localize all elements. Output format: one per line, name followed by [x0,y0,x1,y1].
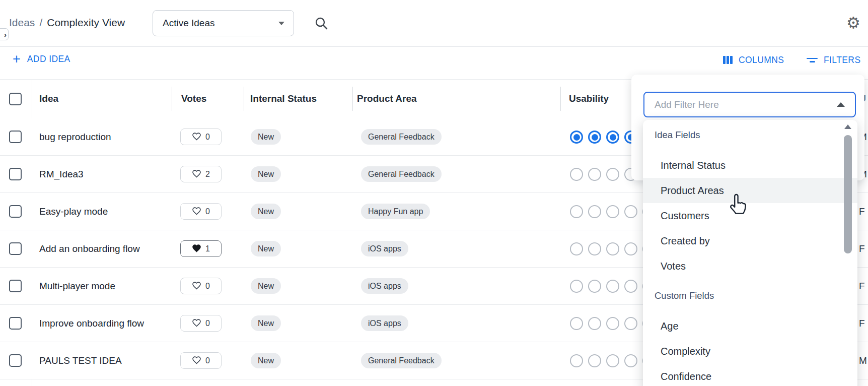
header-votes[interactable]: Votes [181,79,206,118]
filters-button[interactable]: FILTERS [807,52,860,68]
usability-radio[interactable] [606,242,619,255]
breadcrumb-separator: / [39,17,42,29]
vote-button[interactable]: 0 [180,278,222,294]
usability-radio[interactable] [624,354,637,367]
idea-title[interactable]: Improve onboarding flow [39,305,144,342]
product-area-badge: iOS apps [361,278,408,294]
page-title: Complexity View [47,17,125,29]
row-checkbox[interactable] [9,131,22,143]
row-checkbox[interactable] [9,168,22,180]
vote-count: 0 [205,319,210,328]
usability-radio[interactable] [624,317,637,330]
usability-radio[interactable] [606,168,619,181]
usability-radio[interactable] [588,317,601,330]
header-product-area[interactable]: Product Area [357,79,417,118]
header-usability[interactable]: Usability [569,79,609,118]
header-idea[interactable]: Idea [39,79,58,118]
filter-menu-item-internal-status[interactable]: Internal Status [643,153,857,178]
scroll-up-arrow-icon[interactable] [844,123,852,130]
breadcrumb-ideas-link[interactable]: Ideas [9,17,35,29]
row-checkbox[interactable] [9,280,22,292]
heart-icon [192,132,201,143]
usability-radio[interactable] [624,205,637,218]
usability-radio[interactable] [606,205,619,218]
search-icon[interactable] [313,15,329,31]
idea-title[interactable]: PAULS TEST IDEA [39,342,122,379]
usability-radio[interactable] [588,354,601,367]
vote-count: 0 [205,282,210,291]
usability-radio[interactable] [606,131,619,144]
usability-radio[interactable] [570,317,583,330]
breadcrumb: Ideas / Complexity View [9,17,125,29]
product-area-badge: iOS apps [361,315,408,331]
vote-button[interactable]: 0 [180,315,222,332]
topbar-divider [0,46,868,47]
add-idea-label: ADD IDEA [27,54,70,65]
vote-button[interactable]: 0 [180,203,222,220]
internal-status-badge: New [251,353,281,368]
heart-icon [192,281,201,292]
idea-title[interactable]: Easy-play mode [39,193,108,230]
sidebar-expand-chevron-icon[interactable]: › [0,28,9,40]
filter-menu-item-product-areas[interactable]: Product Areas [643,178,857,203]
heart-icon [192,206,201,217]
vote-button[interactable]: 0 [180,352,222,369]
menu-scrollbar-thumb[interactable] [844,135,852,253]
header-divider [172,87,172,111]
vote-button[interactable]: 2 [180,166,222,182]
product-area-badge: General Feedback [361,353,442,368]
columns-icon [723,56,733,64]
usability-radio[interactable] [570,280,583,293]
row-checkbox[interactable] [9,205,22,218]
chevron-up-icon[interactable] [837,102,845,107]
row-checkbox[interactable] [9,354,22,367]
idea-title[interactable]: Add an onboarding flow [39,230,140,268]
filter-menu-item-votes[interactable]: Votes [643,253,857,279]
add-filter-input[interactable]: Add Filter Here [643,92,856,117]
internal-status-badge: New [251,166,281,182]
view-select-dropdown[interactable]: Active Ideas [153,10,294,36]
usability-radio[interactable] [570,168,583,181]
usability-radio[interactable] [606,317,619,330]
filter-menu-item-confidence[interactable]: Confidence [643,364,857,386]
usability-radio[interactable] [606,280,619,293]
add-idea-button[interactable]: + ADD IDEA [13,52,70,66]
usability-radio[interactable] [570,131,583,144]
internal-status-badge: New [251,315,281,331]
usability-radio[interactable] [588,242,601,255]
usability-radio[interactable] [588,280,601,293]
header-divider [352,87,353,111]
vote-count: 0 [205,133,210,142]
ideas-complexity-view-app: › Ideas / Complexity View Active Ideas ⚙… [0,0,868,386]
row-checkbox[interactable] [9,242,22,255]
filters-label: FILTERS [824,55,860,66]
usability-radio[interactable] [624,242,637,255]
filter-section-header: Custom Fields [643,283,857,308]
row-checkbox[interactable] [9,317,22,330]
usability-radio[interactable] [588,131,601,144]
idea-title[interactable]: RM_Idea3 [39,156,84,193]
vote-button[interactable]: 1 [180,240,222,257]
columns-button[interactable]: COLUMNS [723,52,784,68]
select-all-checkbox[interactable] [9,93,22,105]
filter-menu-item-created-by[interactable]: Created by [643,228,857,253]
clipped-cell-value: F [859,305,865,342]
header-internal-status[interactable]: Internal Status [250,79,317,118]
usability-radio[interactable] [588,168,601,181]
chevron-down-icon [278,22,284,25]
filter-menu-item-complexity[interactable]: Complexity [643,339,857,364]
idea-title[interactable]: Multi-player mode [39,268,115,305]
internal-status-badge: New [251,204,281,219]
usability-radio[interactable] [606,354,619,367]
usability-radio[interactable] [624,280,637,293]
usability-radio[interactable] [570,242,583,255]
gear-icon[interactable]: ⚙ [845,14,862,32]
idea-title[interactable]: bug reproduction [39,118,111,156]
filter-menu-item-customers[interactable]: Customers [643,203,857,228]
vote-button[interactable]: 0 [180,128,222,145]
usability-radio[interactable] [570,205,583,218]
usability-radio[interactable] [588,205,601,218]
usability-radio[interactable] [570,354,583,367]
heart-icon [192,243,201,254]
filter-menu-item-age[interactable]: Age [643,313,857,339]
